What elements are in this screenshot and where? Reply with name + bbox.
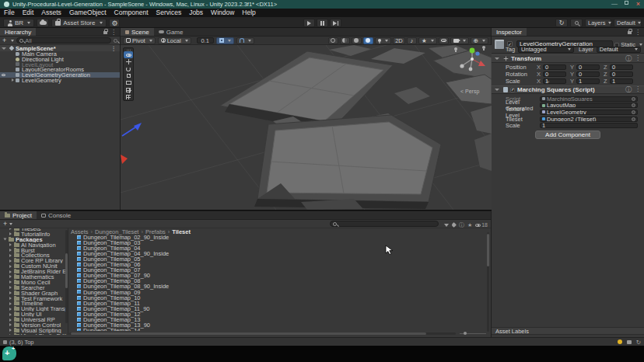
- folder-row[interactable]: AI Navigation: [0, 242, 68, 248]
- z-value-field[interactable]: 1: [610, 78, 633, 84]
- cloud-button[interactable]: [37, 19, 49, 27]
- activity-spinner-icon[interactable]: ↻: [636, 339, 641, 346]
- kebab-menu-icon[interactable]: ⋮: [110, 29, 117, 36]
- component-enabled-checkbox[interactable]: ✓: [510, 88, 515, 92]
- object-field[interactable]: MarchingSquares: [540, 96, 638, 102]
- expander-icon[interactable]: [9, 334, 12, 335]
- expander-open-icon[interactable]: [2, 47, 6, 50]
- expander-icon[interactable]: [9, 265, 12, 268]
- file-list-hscrollbar[interactable]: [69, 332, 456, 335]
- transform-tool-button[interactable]: [124, 86, 133, 93]
- rotate-tool-button[interactable]: [124, 65, 133, 72]
- scrollbar-thumb[interactable]: [71, 332, 426, 335]
- file-row[interactable]: Dungeon_Tilemap_14: [69, 328, 485, 331]
- object-picker-icon[interactable]: [632, 117, 635, 121]
- foldout-open-icon[interactable]: [495, 57, 499, 60]
- lock-icon[interactable]: [103, 31, 107, 34]
- lock-icon[interactable]: [628, 31, 632, 34]
- scene-root-row[interactable]: SampleScene* ⋮: [0, 45, 120, 51]
- hidden-packages-toggle[interactable]: 18: [475, 222, 488, 228]
- handle-rotation-toggle[interactable]: Local: [158, 37, 191, 44]
- close-icon[interactable]: ×: [636, 0, 640, 9]
- folder-row[interactable]: Universal RP: [0, 317, 68, 322]
- expander-icon[interactable]: [9, 280, 12, 284]
- expander-icon[interactable]: [9, 270, 12, 273]
- folder-row[interactable]: Shader Graph: [0, 291, 68, 296]
- object-field[interactable]: LevelGeometry: [540, 110, 638, 115]
- object-field[interactable]: Dungeon2 (Tileset): [540, 117, 638, 122]
- undo-history-button[interactable]: ↻: [555, 19, 568, 27]
- scene-viewport[interactable]: < Persp: [121, 45, 492, 210]
- collab-warning-icon[interactable]: [618, 339, 622, 344]
- folder-row[interactable]: Packages: [0, 237, 68, 242]
- scrollbar-thumb[interactable]: [65, 253, 68, 288]
- file-list-scrollbar[interactable]: [487, 232, 489, 332]
- project-search-input[interactable]: [330, 221, 439, 227]
- link-icon[interactable]: ∞: [546, 79, 549, 84]
- tag-dropdown[interactable]: Untagged: [518, 47, 574, 53]
- shading-mode-wireframe[interactable]: [340, 37, 350, 44]
- shading-mode-shaded[interactable]: [328, 37, 338, 44]
- grid-size-field[interactable]: 0.1: [197, 37, 214, 44]
- perspective-label[interactable]: < Persp: [460, 89, 479, 94]
- asset-labels-bar[interactable]: Asset Labels: [492, 327, 644, 335]
- tab-game[interactable]: Game: [154, 28, 188, 36]
- step-button[interactable]: [330, 19, 341, 27]
- x-value-field[interactable]: 0: [543, 71, 566, 77]
- expander-icon[interactable]: [9, 302, 12, 305]
- kebab-menu-icon[interactable]: ⋮: [635, 85, 641, 94]
- account-button[interactable]: BR: [3, 19, 34, 27]
- 2d-mode-toggle[interactable]: 2D: [393, 37, 405, 44]
- pause-button[interactable]: [317, 19, 328, 27]
- expander-icon[interactable]: [9, 254, 12, 257]
- object-picker-icon[interactable]: [632, 110, 635, 114]
- expander-icon[interactable]: [9, 308, 12, 311]
- folder-row[interactable]: Core RP Library: [0, 258, 68, 263]
- kebab-menu-icon[interactable]: ⋮: [635, 29, 641, 36]
- camera-settings-dropdown[interactable]: [450, 37, 469, 44]
- menu-item[interactable]: Assets: [37, 9, 65, 17]
- folder-scrollbar[interactable]: [65, 230, 68, 323]
- scrollbar-thumb[interactable]: [487, 234, 489, 266]
- layer-dropdown[interactable]: Default: [597, 47, 641, 53]
- object-picker-icon[interactable]: [632, 103, 635, 107]
- snap-toggle[interactable]: [236, 37, 254, 44]
- folder-row[interactable]: Searcher: [0, 285, 68, 291]
- expander-icon[interactable]: [9, 275, 12, 278]
- hierarchy-item-row[interactable]: LevelGeometry: [0, 78, 120, 83]
- folder-row[interactable]: Unity UI: [0, 312, 68, 317]
- help-icon[interactable]: ⓘ: [625, 54, 632, 63]
- folder-row[interactable]: Test Framework: [0, 296, 68, 301]
- icon-size-slider[interactable]: [460, 332, 486, 335]
- folder-row[interactable]: Custom NUnit: [0, 263, 68, 269]
- pivot-toggle[interactable]: Pivot: [123, 37, 156, 44]
- create-asset-button[interactable]: +: [3, 220, 7, 228]
- breadcrumb-item[interactable]: Tileset: [166, 228, 191, 235]
- folder-row[interactable]: TutorialInfo: [0, 231, 68, 237]
- help-icon[interactable]: ⓘ: [625, 85, 632, 94]
- tab-hierarchy[interactable]: Hierarchy: [0, 28, 36, 36]
- expander-icon[interactable]: [9, 286, 12, 289]
- chevron-down-icon[interactable]: [11, 40, 14, 42]
- expander-icon[interactable]: [9, 232, 12, 235]
- z-value-field[interactable]: 0: [610, 71, 633, 77]
- folder-row[interactable]: Collections: [0, 252, 68, 258]
- transform-component-header[interactable]: Transform ⓘ⋮: [492, 54, 644, 63]
- tab-project[interactable]: Project: [0, 211, 37, 219]
- object-field[interactable]: LayoutMap: [540, 103, 638, 108]
- minimize-icon[interactable]: —: [611, 0, 618, 8]
- hierarchy-search-input[interactable]: All: [16, 37, 111, 44]
- z-value-field[interactable]: 0: [610, 64, 633, 70]
- tab-scene[interactable]: Scene: [121, 28, 154, 36]
- rect-tool-button[interactable]: [124, 79, 133, 86]
- shading-mode-lit[interactable]: [363, 37, 373, 44]
- object-field[interactable]: 1: [540, 123, 638, 128]
- info-icon[interactable]: ⓘ: [459, 221, 464, 229]
- visibility-eye-icon[interactable]: [2, 74, 5, 76]
- y-value-field[interactable]: 0: [576, 64, 600, 70]
- folder-row[interactable]: Timeline: [0, 301, 68, 306]
- menu-item[interactable]: Help: [238, 9, 259, 17]
- expander-icon[interactable]: [9, 323, 12, 326]
- gizmos-dropdown[interactable]: ⊕: [471, 37, 488, 44]
- folder-row[interactable]: Mono Cecil: [0, 280, 68, 285]
